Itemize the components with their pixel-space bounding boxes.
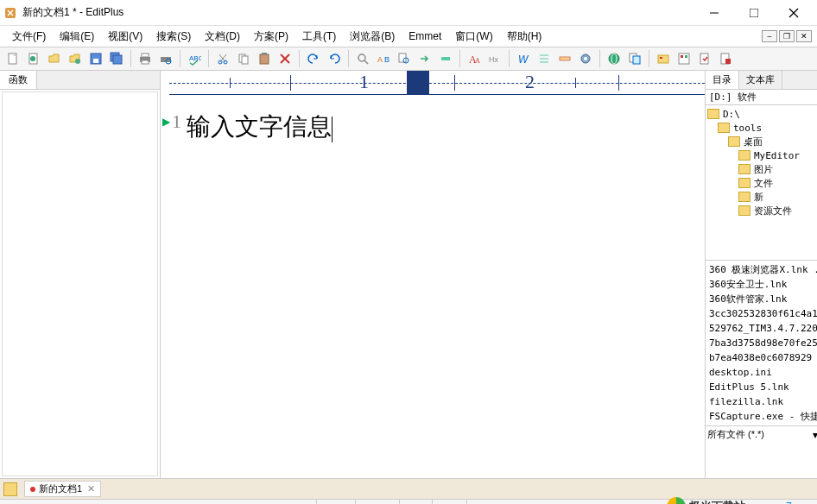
file-item[interactable]: 529762_TIM3.4.7.220 bbox=[709, 321, 817, 336]
editor-area[interactable]: ▶ 1 输入文字信息 bbox=[161, 95, 705, 478]
mdi-close-button[interactable]: ✕ bbox=[796, 30, 812, 42]
close-button[interactable] bbox=[774, 0, 814, 26]
function-list[interactable] bbox=[2, 91, 158, 476]
mdi-minimize-button[interactable]: – bbox=[762, 30, 777, 42]
menu-help[interactable]: 帮助(H) bbox=[500, 28, 549, 46]
filter-dropdown-icon[interactable]: ▾ bbox=[809, 429, 817, 441]
svg-rect-35 bbox=[441, 57, 450, 60]
save-all-icon[interactable] bbox=[107, 49, 126, 68]
document-tab[interactable]: 新的文档1 ✕ bbox=[24, 481, 101, 497]
menu-search[interactable]: 搜索(S) bbox=[149, 28, 198, 46]
right-tab-directory[interactable]: 目录 bbox=[706, 71, 739, 89]
goto-icon[interactable] bbox=[415, 49, 434, 68]
execute-icon[interactable] bbox=[716, 49, 735, 68]
undo-icon[interactable] bbox=[304, 49, 323, 68]
window-title: 新的文档1 * - EditPlus bbox=[22, 5, 694, 20]
file-item[interactable]: 360软件管家.lnk bbox=[709, 292, 817, 306]
bookmark-icon[interactable] bbox=[436, 49, 455, 68]
tree-node[interactable]: 图片 bbox=[707, 162, 817, 176]
settings-icon[interactable] bbox=[576, 49, 595, 68]
svg-line-22 bbox=[219, 54, 225, 62]
right-tab-cliptext[interactable]: 文本库 bbox=[739, 71, 782, 89]
replace-icon[interactable]: AB bbox=[374, 49, 393, 68]
run-icon[interactable] bbox=[625, 49, 644, 68]
new-file-icon[interactable] bbox=[3, 49, 22, 68]
svg-point-8 bbox=[75, 59, 80, 64]
tree-node[interactable]: 文件 bbox=[707, 176, 817, 190]
svg-rect-10 bbox=[93, 59, 98, 63]
file-list[interactable]: 360 极速浏览器X.lnk .360安全卫士.lnk360软件管家.lnk3c… bbox=[706, 261, 817, 425]
drive-selector[interactable]: [D:] 软件 bbox=[706, 90, 817, 105]
browser-view-icon[interactable] bbox=[605, 49, 624, 68]
menu-tools[interactable]: 工具(T) bbox=[295, 28, 343, 46]
spellcheck-icon[interactable]: ABC bbox=[185, 49, 204, 68]
compile-icon[interactable] bbox=[695, 49, 714, 68]
menu-file[interactable]: 文件(F) bbox=[5, 28, 53, 46]
maximize-button[interactable] bbox=[734, 0, 774, 26]
svg-point-7 bbox=[30, 56, 35, 61]
template-icon[interactable] bbox=[674, 49, 694, 68]
project-icon[interactable] bbox=[654, 49, 673, 68]
print-preview-icon[interactable] bbox=[156, 49, 175, 68]
cut-icon[interactable] bbox=[213, 49, 232, 68]
file-item[interactable]: desktop.ini bbox=[709, 365, 817, 380]
file-filter[interactable]: 所有文件 (*.*) bbox=[707, 428, 809, 441]
tree-node[interactable]: 新 bbox=[707, 190, 817, 204]
find-icon[interactable] bbox=[353, 49, 372, 68]
paste-icon[interactable] bbox=[255, 49, 274, 68]
tree-node[interactable]: 资源文件 bbox=[707, 204, 817, 217]
print-icon[interactable] bbox=[136, 49, 155, 68]
ruler-icon[interactable] bbox=[555, 49, 574, 68]
linenumber-icon[interactable] bbox=[535, 49, 554, 68]
document-tab-label: 新的文档1 bbox=[39, 482, 82, 495]
font-icon[interactable]: AA bbox=[465, 49, 484, 68]
svg-rect-53 bbox=[681, 55, 683, 58]
menu-window[interactable]: 窗口(W) bbox=[448, 28, 499, 46]
status-line: 行 1 bbox=[316, 500, 355, 504]
watermark-name: 极光下载站 bbox=[689, 499, 745, 504]
file-item[interactable]: 360 极速浏览器X.lnk . bbox=[709, 262, 817, 277]
menu-document[interactable]: 文档(D) bbox=[198, 28, 247, 46]
file-item[interactable]: filezilla.lnk bbox=[709, 394, 817, 409]
tree-node-label: MyEditor bbox=[754, 150, 800, 161]
menu-project[interactable]: 方案(P) bbox=[247, 28, 295, 46]
watermark-logo-icon bbox=[667, 497, 686, 504]
tree-node[interactable]: D:\ bbox=[707, 107, 817, 121]
tree-node[interactable]: tools bbox=[707, 121, 817, 135]
svg-line-30 bbox=[364, 60, 368, 64]
open-remote-icon[interactable] bbox=[66, 49, 85, 68]
file-item[interactable]: 360安全卫士.lnk bbox=[709, 277, 817, 292]
svg-point-46 bbox=[609, 54, 619, 64]
file-item[interactable]: b7ea4038e0c6078929 bbox=[709, 350, 817, 365]
open-file-icon[interactable] bbox=[45, 49, 64, 68]
menu-browser[interactable]: 浏览器(B) bbox=[343, 28, 402, 46]
new-html-icon[interactable] bbox=[24, 49, 43, 68]
menu-edit[interactable]: 编辑(E) bbox=[53, 28, 101, 46]
tree-node[interactable]: 桌面 bbox=[707, 135, 817, 148]
svg-rect-49 bbox=[633, 56, 640, 64]
copy-icon[interactable] bbox=[234, 49, 253, 68]
redo-icon[interactable] bbox=[325, 49, 344, 68]
tab-folder-icon[interactable] bbox=[3, 482, 17, 496]
tab-close-icon[interactable]: ✕ bbox=[87, 483, 95, 495]
save-icon[interactable] bbox=[86, 49, 105, 68]
file-item[interactable]: 7ba3d3758d98e70fe25 bbox=[709, 336, 817, 350]
hex-icon[interactable]: Hx bbox=[485, 49, 504, 68]
delete-icon[interactable] bbox=[276, 49, 294, 68]
file-item[interactable]: FSCapture.exe - 快捷 bbox=[709, 409, 817, 424]
left-tab-functions[interactable]: 函数 bbox=[0, 71, 37, 89]
left-tab-label: 函数 bbox=[9, 73, 28, 86]
minimize-button[interactable] bbox=[694, 0, 734, 26]
find-in-files-icon[interactable] bbox=[395, 49, 414, 68]
tree-node-label: 文件 bbox=[754, 177, 773, 190]
svg-rect-43 bbox=[560, 57, 570, 60]
folder-tree[interactable]: D:\tools桌面MyEditor图片文件新资源文件 bbox=[706, 105, 817, 261]
svg-rect-57 bbox=[725, 59, 731, 64]
menu-view[interactable]: 视图(V) bbox=[101, 28, 149, 46]
menu-emmet[interactable]: Emmet bbox=[402, 28, 448, 44]
mdi-restore-button[interactable]: ❐ bbox=[779, 30, 795, 42]
tree-node[interactable]: MyEditor bbox=[707, 148, 817, 162]
file-item[interactable]: EditPlus 5.lnk bbox=[709, 380, 817, 394]
wordwrap-icon[interactable]: W bbox=[514, 49, 533, 68]
file-item[interactable]: 3cc302532830f61c4a1 bbox=[709, 306, 817, 321]
